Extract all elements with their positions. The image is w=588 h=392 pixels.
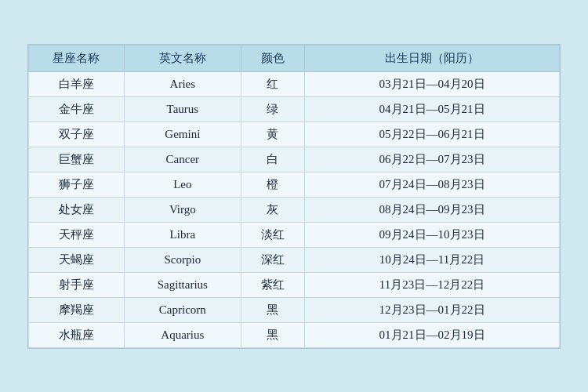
- cell-color: 灰: [241, 197, 304, 222]
- cell-english: Capricorn: [124, 297, 241, 322]
- cell-chinese: 水瓶座: [29, 322, 125, 347]
- table-row: 白羊座Aries红03月21日—04月20日: [29, 71, 560, 96]
- cell-english: Gemini: [124, 122, 241, 147]
- cell-color: 橙: [241, 172, 304, 197]
- cell-color: 红: [241, 71, 304, 96]
- cell-english: Taurus: [124, 96, 241, 122]
- cell-english: Libra: [124, 222, 241, 247]
- cell-color: 黑: [241, 297, 304, 322]
- table-header-row: 星座名称 英文名称 颜色 出生日期（阳历）: [29, 45, 560, 71]
- cell-date: 10月24日—11月22日: [305, 247, 560, 272]
- cell-date: 06月22日—07月23日: [305, 147, 560, 172]
- cell-date: 12月23日—01月22日: [305, 297, 560, 322]
- table-body: 白羊座Aries红03月21日—04月20日金牛座Taurus绿04月21日—0…: [29, 71, 560, 347]
- cell-date: 11月23日—12月22日: [305, 272, 560, 297]
- cell-english: Cancer: [124, 147, 241, 172]
- header-birth-date: 出生日期（阳历）: [305, 45, 560, 71]
- cell-chinese: 双子座: [29, 122, 125, 147]
- table-row: 水瓶座Aquarius黑01月21日—02月19日: [29, 322, 560, 347]
- cell-date: 03月21日—04月20日: [305, 71, 560, 96]
- zodiac-table-container: 星座名称 英文名称 颜色 出生日期（阳历） 白羊座Aries红03月21日—04…: [27, 44, 561, 349]
- cell-color: 黑: [241, 322, 304, 347]
- cell-english: Aries: [124, 71, 241, 96]
- cell-chinese: 天秤座: [29, 222, 125, 247]
- table-row: 金牛座Taurus绿04月21日—05月21日: [29, 96, 560, 122]
- header-english-name: 英文名称: [124, 45, 241, 71]
- cell-chinese: 处女座: [29, 197, 125, 222]
- cell-english: Sagittarius: [124, 272, 241, 297]
- table-row: 射手座Sagittarius紫红11月23日—12月22日: [29, 272, 560, 297]
- cell-chinese: 金牛座: [29, 96, 125, 122]
- cell-color: 白: [241, 147, 304, 172]
- table-row: 天蝎座Scorpio深红10月24日—11月22日: [29, 247, 560, 272]
- cell-english: Scorpio: [124, 247, 241, 272]
- cell-chinese: 摩羯座: [29, 297, 125, 322]
- table-row: 处女座Virgo灰08月24日—09月23日: [29, 197, 560, 222]
- cell-chinese: 射手座: [29, 272, 125, 297]
- header-color: 颜色: [241, 45, 304, 71]
- zodiac-table: 星座名称 英文名称 颜色 出生日期（阳历） 白羊座Aries红03月21日—04…: [28, 45, 560, 348]
- cell-date: 01月21日—02月19日: [305, 322, 560, 347]
- cell-date: 07月24日—08月23日: [305, 172, 560, 197]
- table-row: 天秤座Libra淡红09月24日—10月23日: [29, 222, 560, 247]
- cell-english: Aquarius: [124, 322, 241, 347]
- header-chinese-name: 星座名称: [29, 45, 125, 71]
- cell-chinese: 狮子座: [29, 172, 125, 197]
- cell-english: Leo: [124, 172, 241, 197]
- cell-chinese: 天蝎座: [29, 247, 125, 272]
- cell-date: 04月21日—05月21日: [305, 96, 560, 122]
- cell-chinese: 巨蟹座: [29, 147, 125, 172]
- cell-color: 黄: [241, 122, 304, 147]
- cell-color: 深红: [241, 247, 304, 272]
- cell-date: 09月24日—10月23日: [305, 222, 560, 247]
- cell-chinese: 白羊座: [29, 71, 125, 96]
- cell-color: 紫红: [241, 272, 304, 297]
- cell-color: 淡红: [241, 222, 304, 247]
- table-row: 狮子座Leo橙07月24日—08月23日: [29, 172, 560, 197]
- cell-date: 05月22日—06月21日: [305, 122, 560, 147]
- cell-date: 08月24日—09月23日: [305, 197, 560, 222]
- table-row: 巨蟹座Cancer白06月22日—07月23日: [29, 147, 560, 172]
- cell-color: 绿: [241, 96, 304, 122]
- table-row: 摩羯座Capricorn黑12月23日—01月22日: [29, 297, 560, 322]
- cell-english: Virgo: [124, 197, 241, 222]
- table-row: 双子座Gemini黄05月22日—06月21日: [29, 122, 560, 147]
